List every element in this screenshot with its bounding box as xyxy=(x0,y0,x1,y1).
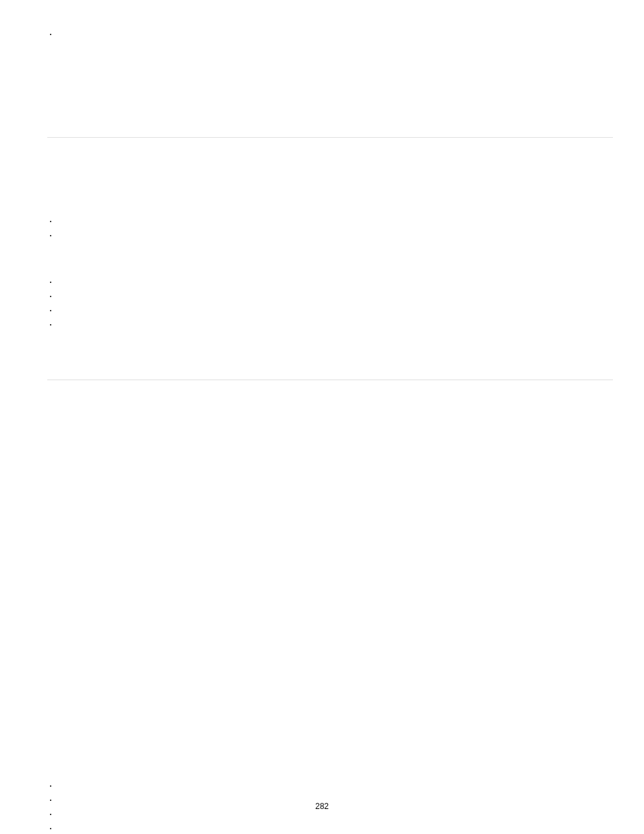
list-item xyxy=(57,214,613,228)
list-item xyxy=(57,27,613,41)
list-item xyxy=(57,275,613,289)
bullet-group-3 xyxy=(47,275,613,332)
list-item xyxy=(57,228,613,242)
list-item xyxy=(57,289,613,303)
list-item xyxy=(57,303,613,317)
list-item xyxy=(57,821,613,834)
page-container: 282 xyxy=(0,0,644,834)
list-item xyxy=(57,779,613,793)
page-number: 282 xyxy=(0,802,644,811)
bullet-group-1 xyxy=(47,27,613,41)
bullet-group-2 xyxy=(47,214,613,242)
list-item xyxy=(57,317,613,332)
